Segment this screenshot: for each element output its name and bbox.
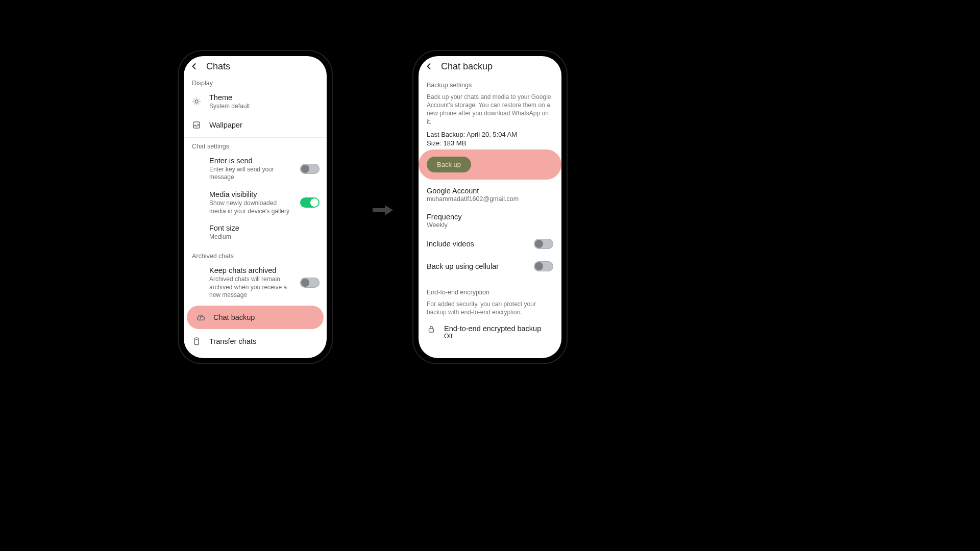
row-e2e-backup[interactable]: End-to-end encrypted backup Off <box>419 320 561 344</box>
enter-send-subtitle: Enter key will send your message <box>209 166 293 182</box>
row-keep-archived[interactable]: Keep chats archived Archived chats will … <box>184 262 327 304</box>
page-title: Chats <box>206 61 230 72</box>
section-chat-settings-label: Chat settings <box>184 140 327 152</box>
appbar-chats: Chats <box>184 56 327 77</box>
include-videos-label: Include videos <box>427 240 474 248</box>
phone-left: Chats Display Theme System default <box>179 51 332 363</box>
row-enter-is-send[interactable]: Enter is send Enter key will send your m… <box>184 152 327 186</box>
phone-right: Chat backup Backup settings Back up your… <box>413 51 567 363</box>
backup-cellular-toggle[interactable] <box>534 261 553 271</box>
include-videos-toggle[interactable] <box>534 239 553 249</box>
keep-archived-subtitle: Archived chats will remain archived when… <box>209 276 293 299</box>
svg-rect-4 <box>429 329 434 332</box>
back-arrow-icon[interactable] <box>424 61 434 71</box>
highlight-chat-backup: Chat backup <box>187 306 324 329</box>
appbar-backup: Chat backup <box>419 56 561 77</box>
theme-title: Theme <box>209 93 320 102</box>
chat-backup-title: Chat backup <box>213 313 315 322</box>
frequency-value: Weekly <box>427 221 553 229</box>
backup-description: Back up your chats and media to your Goo… <box>419 91 561 130</box>
theme-subtitle: System default <box>209 103 320 111</box>
backup-cellular-label: Back up using cellular <box>427 262 499 270</box>
lock-icon <box>427 324 436 336</box>
row-transfer-chats[interactable]: Transfer chats <box>184 331 327 352</box>
highlight-backup-button: Back up <box>419 149 561 180</box>
font-size-title: Font size <box>209 223 320 233</box>
enter-send-title: Enter is send <box>209 156 293 165</box>
backup-size-value: Size: 183 MB <box>419 139 561 147</box>
enter-send-toggle[interactable] <box>300 164 320 174</box>
encryption-description: For added security, you can protect your… <box>419 298 561 320</box>
section-encryption-label: End-to-end encryption <box>419 278 561 298</box>
section-display-label: Display <box>184 77 327 89</box>
row-include-videos[interactable]: Include videos <box>419 230 561 255</box>
media-vis-subtitle: Show newly downloaded media in your devi… <box>209 199 293 215</box>
history-icon <box>191 357 202 358</box>
e2e-backup-value: Off <box>444 333 541 340</box>
backup-button[interactable]: Back up <box>427 157 471 172</box>
row-wallpaper[interactable]: Wallpaper <box>184 115 327 135</box>
history-title: Chat history <box>209 357 320 358</box>
row-theme[interactable]: Theme System default <box>184 89 327 115</box>
row-chat-backup[interactable]: Chat backup <box>187 306 324 329</box>
back-arrow-icon[interactable] <box>189 61 199 71</box>
row-backup-cellular[interactable]: Back up using cellular <box>419 255 561 278</box>
device-transfer-icon <box>191 337 202 346</box>
media-vis-toggle[interactable] <box>300 197 320 208</box>
keep-archived-toggle[interactable] <box>300 278 320 288</box>
page-title: Chat backup <box>441 61 493 72</box>
backup-content: Backup settings Back up your chats and m… <box>419 77 561 358</box>
google-account-value: muhammadatif1602@gmail.com <box>427 195 553 203</box>
row-font-size[interactable]: Font size Medium <box>184 219 327 245</box>
font-size-subtitle: Medium <box>209 233 320 241</box>
wallpaper-title: Wallpaper <box>209 120 320 130</box>
screen-chats: Chats Display Theme System default <box>184 56 327 358</box>
e2e-backup-title: End-to-end encrypted backup <box>444 324 541 333</box>
google-account-title: Google Account <box>427 187 553 195</box>
chats-content: Display Theme System default Wal <box>184 77 327 358</box>
svg-rect-2 <box>194 338 199 345</box>
divider <box>184 137 327 138</box>
media-vis-title: Media visibility <box>209 190 293 199</box>
keep-archived-title: Keep chats archived <box>209 266 293 275</box>
row-media-visibility[interactable]: Media visibility Show newly downloaded m… <box>184 186 327 219</box>
svg-point-0 <box>195 100 198 103</box>
last-backup-value: Last Backup: April 20, 5:04 AM <box>419 130 561 139</box>
theme-icon <box>191 97 202 106</box>
frequency-title: Frequency <box>427 213 553 221</box>
section-archived-label: Archived chats <box>184 245 327 262</box>
screen-chat-backup: Chat backup Backup settings Back up your… <box>419 56 561 358</box>
row-frequency[interactable]: Frequency Weekly <box>419 204 561 230</box>
wallpaper-icon <box>191 120 202 130</box>
row-chat-history[interactable]: Chat history <box>184 352 327 358</box>
section-backup-label: Backup settings <box>419 77 561 91</box>
row-google-account[interactable]: Google Account muhammadatif1602@gmail.co… <box>419 184 561 204</box>
arrow-right-icon <box>373 204 393 216</box>
transfer-title: Transfer chats <box>209 337 320 346</box>
cloud-upload-icon <box>195 313 206 322</box>
